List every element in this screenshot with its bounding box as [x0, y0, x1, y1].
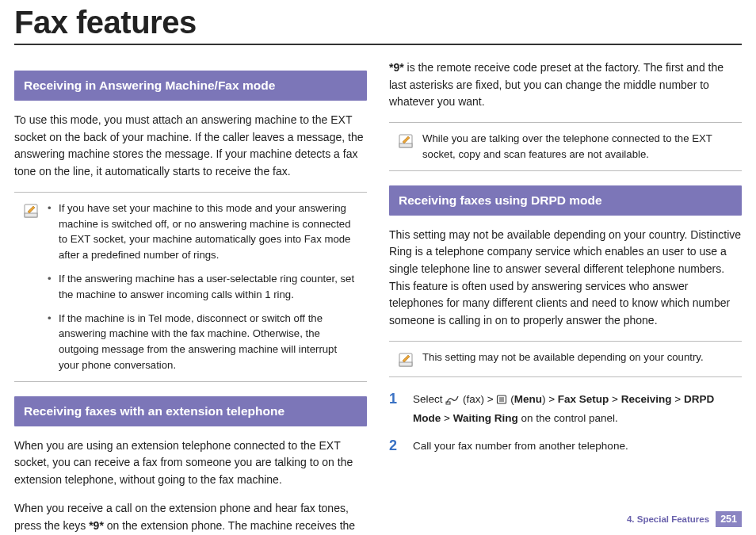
step1-gt2: > [672, 393, 684, 405]
step-2: 2 Call your fax number from another tele… [389, 438, 742, 455]
title-rule [14, 44, 742, 45]
note-box-2: While you are talking over the telephone… [389, 122, 742, 171]
note-icon [22, 202, 40, 220]
step1-gt3: > [441, 412, 452, 424]
note-box-1: If you have set your machine to this mod… [14, 192, 367, 382]
svg-rect-5 [399, 362, 412, 366]
steps-list: 1 Select (fax) > (Menu) > Fax Setup > Re… [389, 392, 742, 455]
note1-item-3: If the machine is in Tel mode, disconnec… [48, 311, 359, 373]
step-number-1: 1 [389, 392, 402, 407]
step1-menu-close: ) > [542, 393, 558, 405]
step1-gt1: > [609, 393, 620, 405]
page-title: Fax features [0, 0, 756, 44]
fax-icon [445, 394, 460, 411]
step1-end: on the control panel. [518, 412, 618, 424]
two-column-body: Receiving in Answering Machine/Fax mode … [0, 59, 756, 535]
remote-code: *9* [89, 519, 104, 532]
step-number-2: 2 [389, 438, 402, 454]
step1-faxsetup: Fax Setup [558, 393, 609, 405]
note-icon [397, 351, 414, 369]
section-header-drpd: Receiving faxes using DRPD mode [389, 185, 742, 216]
page-footer: 4. Special Features 251 [627, 511, 742, 527]
right-column: *9* is the remote receive code preset at… [389, 59, 742, 535]
step1-fax-label: (fax) > [463, 393, 496, 405]
step-2-body: Call your fax number from another teleph… [413, 438, 742, 455]
section-header-answering-machine: Receiving in Answering Machine/Fax mode [14, 71, 367, 101]
note-3-body: This setting may not be available depend… [422, 350, 734, 365]
step1-waiting-ring: Waiting Ring [453, 412, 518, 424]
svg-rect-3 [399, 143, 412, 147]
step1-menu: Menu [514, 393, 542, 405]
section2-para2: When you receive a call on the extension… [14, 500, 367, 535]
note-icon [397, 132, 414, 150]
note1-item-2: If the answering machine has a user-sele… [48, 271, 359, 303]
remote-code-2: *9* [389, 61, 404, 74]
left-column: Receiving in Answering Machine/Fax mode … [14, 59, 367, 535]
step1-receiving: Receiving [621, 393, 672, 405]
note-1-body: If you have set your machine to this mod… [48, 201, 359, 373]
step-1: 1 Select (fax) > (Menu) > Fax Setup > Re… [389, 392, 742, 427]
right-top-para: *9* is the remote receive code preset at… [389, 59, 742, 111]
step-1-body: Select (fax) > (Menu) > Fax Setup > Rece… [413, 392, 742, 427]
section1-para: To use this mode, you must attach an ans… [14, 112, 367, 181]
svg-rect-6 [446, 402, 450, 404]
right-top-rest: is the remote receive code preset at the… [389, 61, 724, 108]
section2-para1: When you are using an extension telephon… [14, 438, 367, 489]
section3-para: This setting may not be available depend… [389, 227, 742, 330]
note-2-body: While you are talking over the telephone… [422, 131, 734, 162]
note-box-3: This setting may not be available depend… [389, 341, 742, 377]
menu-icon [496, 394, 507, 411]
svg-rect-1 [25, 213, 37, 217]
footer-page-number: 251 [716, 511, 742, 527]
footer-chapter: 4. Special Features [627, 514, 709, 524]
note1-item-1: If you have set your machine to this mod… [48, 201, 359, 263]
step1-t1: Select [413, 393, 445, 405]
section-header-extension-telephone: Receiving faxes with an extension teleph… [14, 396, 367, 426]
